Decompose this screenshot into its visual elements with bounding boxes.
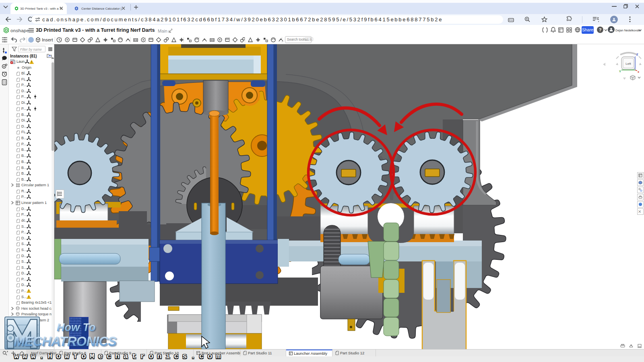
svg-text:x: x xyxy=(638,70,640,74)
svg-text:⨉: ⨉ xyxy=(638,210,641,214)
svg-text:Left: Left xyxy=(625,62,631,66)
svg-text:Z: Z xyxy=(636,53,638,56)
svg-text:Y: Y xyxy=(619,70,621,73)
